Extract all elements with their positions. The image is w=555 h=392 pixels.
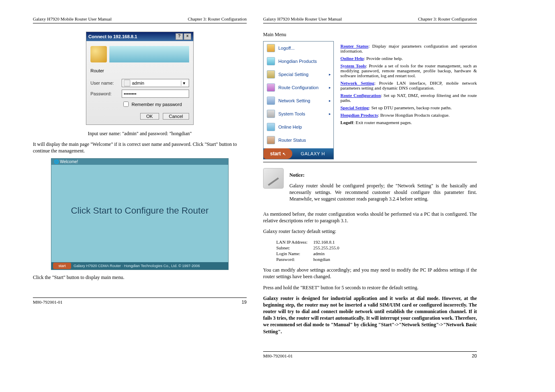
menu-item-router-status[interactable]: Router Status [264, 134, 333, 147]
setting-value: 192.168.8.1 [313, 240, 344, 244]
setting-value: admin [313, 251, 344, 256]
header-left: Galaxy H7920 Mobile Router User Manual [263, 16, 342, 21]
para-welcome-desc: It will display the main page "Welcome" … [33, 141, 247, 154]
close-icon[interactable]: × [184, 33, 191, 40]
menu-label: Router Status [278, 138, 306, 143]
menu-item-route-configuration[interactable]: Route Configuration ▸ [264, 81, 333, 94]
page-number: 20 [472, 353, 477, 358]
status-icon [267, 136, 275, 144]
username-label: User name: [90, 81, 119, 85]
table-row: Login Name:admin [276, 251, 344, 256]
password-value: •••••••• [124, 91, 136, 96]
setting-key: Subnet: [276, 245, 312, 250]
para-dial-mode-warning: Galaxy router is designed for industrial… [263, 295, 477, 335]
menu-item-logoff[interactable]: Logoff... [264, 42, 333, 55]
page-19: Galaxy H7920 Mobile Router User Manual C… [33, 16, 247, 358]
menu-label: Route Configuration [278, 85, 319, 90]
dialog-title-text: Connect to 192.168.8.1 [88, 34, 137, 39]
dialog-titlebar: Connect to 192.168.8.1 ? × [86, 32, 193, 41]
page-header: Galaxy H7920 Mobile Router User Manual C… [263, 16, 477, 23]
menu-item-network-setting[interactable]: Network Setting ▸ [264, 94, 333, 107]
keys-icon [90, 46, 107, 62]
link-system-tools[interactable]: System Tools [340, 63, 366, 68]
setting-key: LAN IP Address: [276, 240, 312, 244]
chevron-down-icon[interactable]: ▾ [181, 81, 187, 86]
menu-item-special-setting[interactable]: Special Setting ▸ [264, 68, 333, 81]
start-label: start [270, 151, 281, 157]
route-icon [267, 83, 275, 92]
menu-label: Hongdian Products [278, 59, 317, 64]
cancel-button[interactable]: Cancel [163, 113, 189, 120]
submenu-arrow-icon: ▸ [329, 99, 331, 103]
welcome-start-button[interactable]: start [53, 263, 71, 269]
logoff-icon [267, 44, 275, 52]
main-menu-heading: Main Menu [263, 32, 477, 38]
main-menu-panel: Logoff... Hongdian Products Special Sett… [263, 41, 334, 159]
menu-label: Special Setting [278, 72, 308, 77]
menu-start-bar: start ↖ GALAXY H [264, 148, 333, 159]
link-special-setting[interactable]: Special Setting [340, 105, 369, 110]
help-icon[interactable]: ? [176, 33, 183, 40]
page-number: 19 [242, 300, 247, 304]
notice-para1: Galaxy router should be configured prope… [289, 182, 477, 203]
submenu-arrow-icon: ▸ [329, 72, 331, 76]
menu-descriptions: Router Status: Display major parameters … [340, 41, 477, 159]
divider [263, 162, 477, 162]
network-icon [267, 97, 275, 105]
tools-icon [267, 110, 275, 118]
para-reset: Press and hold the "RESET" button for 5 … [263, 284, 477, 291]
help-icon [267, 123, 275, 131]
start-button[interactable]: start ↖ [264, 148, 292, 159]
link-hongdian-products[interactable]: Hongdian Products [340, 113, 378, 118]
table-row: Password:hongdian [276, 257, 344, 262]
desc-text: : Exit router management pages. [353, 120, 412, 125]
password-input[interactable]: •••••••• [122, 90, 189, 98]
username-input[interactable]: admin ▾ [122, 79, 189, 87]
doc-number: M80-792001-01 [263, 353, 293, 358]
page-footer: M80-792001-01 19 [33, 297, 247, 304]
page-20: Galaxy H7920 Mobile Router User Manual C… [263, 16, 477, 358]
setting-key: Login Name: [276, 251, 312, 256]
cursor-icon: ↖ [282, 152, 286, 156]
welcome-footer-text: Galaxy H7920 CDMA Router · Hongdian Tech… [74, 264, 200, 268]
para-modify: You can modify above settings accordingl… [263, 267, 477, 280]
notice-heading: Notice: [289, 172, 477, 178]
dialog-banner [109, 46, 189, 62]
setting-key: Password: [276, 257, 312, 262]
menu-item-hongdian-products[interactable]: Hongdian Products [264, 55, 333, 68]
login-dialog: Connect to 192.168.8.1 ? × Router User n… [86, 32, 194, 125]
link-online-help[interactable]: Online Help [340, 56, 364, 61]
ok-button[interactable]: OK [140, 113, 159, 120]
para-config-pc: As mentioned before, the router configur… [263, 211, 477, 224]
desc-text: : Set up DTU parameters, backup route pa… [369, 105, 451, 110]
user-icon [124, 80, 130, 86]
label-logoff: Logoff [340, 120, 353, 125]
menu-item-online-help[interactable]: Online Help [264, 120, 333, 134]
remember-checkbox[interactable] [123, 101, 129, 107]
setting-value: 255.255.255.0 [313, 245, 344, 250]
link-router-status[interactable]: Router Status [340, 44, 368, 48]
header-right: Chapter 3: Router Configuration [188, 16, 247, 21]
para-defaults-intro: Galaxy router factory default setting: [263, 228, 477, 235]
username-value: admin [132, 81, 144, 85]
pencil-icon [263, 168, 284, 189]
menu-item-system-tools[interactable]: System Tools ▸ [264, 107, 333, 120]
submenu-arrow-icon: ▸ [329, 85, 331, 90]
products-icon [267, 57, 275, 65]
welcome-window-title: Welcome! [60, 159, 78, 164]
welcome-headline: Click Start to Configure the Router [51, 205, 228, 216]
header-right: Chapter 3: Router Configuration [418, 16, 477, 21]
caption-start: Click the "Start" button to display main… [33, 274, 247, 281]
menu-label: Online Help [278, 125, 302, 129]
link-network-setting[interactable]: Network Setting [340, 81, 374, 85]
link-route-configuration[interactable]: Route Configuration [340, 93, 381, 98]
caption-credentials: Input user name: "admin" and password: "… [33, 131, 247, 137]
setting-value: hongdian [313, 257, 344, 262]
menu-label: Network Setting [278, 98, 310, 103]
desc-text: : Browse Hongdian Products catalogue. [378, 113, 449, 118]
table-row: Subnet:255.255.255.0 [276, 245, 344, 250]
default-settings-table: LAN IP Address:192.168.8.1 Subnet:255.25… [275, 239, 345, 263]
menu-label: Logoff... [278, 46, 295, 51]
page-footer: M80-792001-01 20 [263, 351, 477, 358]
desc-text: : Provide online help. [364, 56, 403, 61]
